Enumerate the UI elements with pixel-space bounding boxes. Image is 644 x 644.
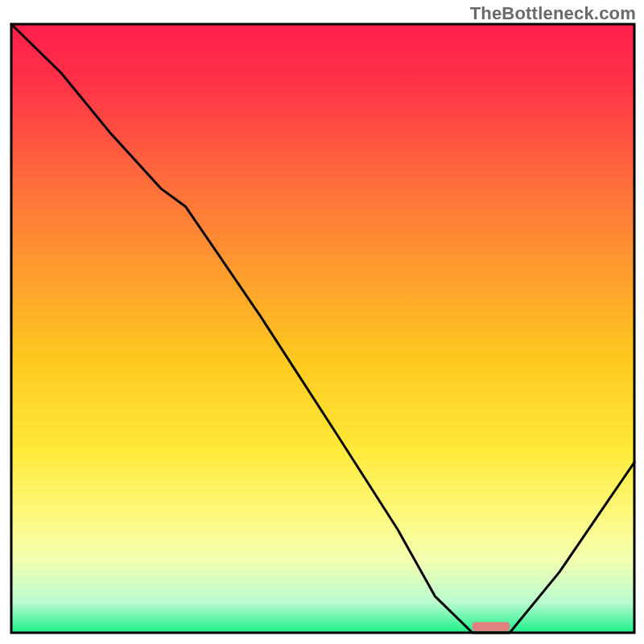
optimal-marker	[473, 622, 510, 631]
plot-area	[11, 24, 634, 633]
chart-container: TheBottleneck.com	[0, 0, 644, 644]
bottleneck-chart	[0, 0, 644, 644]
gradient-background	[11, 24, 634, 633]
